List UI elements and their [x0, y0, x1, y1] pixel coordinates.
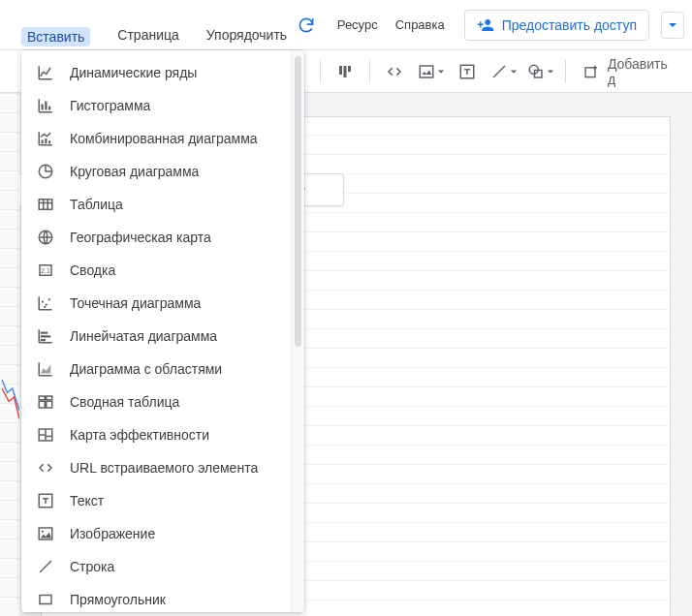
text-button[interactable] — [452, 54, 485, 89]
image-button[interactable] — [415, 54, 448, 89]
svg-rect-15 — [47, 396, 52, 400]
menu-item-table[interactable]: Таблица — [21, 188, 291, 221]
chevron-down-icon — [510, 68, 518, 76]
add-data-icon — [583, 63, 600, 80]
menu-item-label: Гистограмма — [70, 98, 150, 113]
share-dropdown[interactable] — [661, 12, 684, 39]
menu-item-pivot-table[interactable]: Сводная таблица — [21, 385, 291, 418]
menu-item-scatter[interactable]: Точечная диаграмма — [21, 287, 291, 320]
chevron-down-icon — [437, 68, 445, 76]
insert-menu-dropdown: Динамические рядыГистограммаКомбинирован… — [21, 50, 304, 612]
menu-item-label: Карта эффективности — [70, 427, 209, 443]
menu-item-label: Таблица — [70, 197, 123, 212]
toolbar-separator — [369, 60, 370, 83]
menu-item-label: URL встраиваемого элемента — [70, 460, 258, 476]
align-icon — [336, 63, 354, 80]
text-icon — [458, 63, 476, 80]
scatter-icon — [37, 294, 54, 312]
pivot-table-icon — [37, 393, 54, 411]
time-series-icon — [37, 64, 54, 81]
menu-item-label: Прямоугольник — [70, 592, 166, 607]
menu-item-label: Сводка — [70, 262, 115, 278]
svg-point-21 — [42, 531, 44, 533]
svg-rect-16 — [39, 401, 45, 408]
menu-item-label: Динамические ряды — [70, 65, 197, 80]
image-icon — [418, 63, 435, 80]
canvas-ruler-left — [0, 93, 19, 616]
svg-point-10 — [42, 300, 44, 302]
menu-item-line[interactable]: Строка — [21, 550, 291, 583]
line-icon — [37, 558, 54, 575]
svg-rect-17 — [47, 401, 52, 408]
hbar-chart-icon — [37, 327, 54, 345]
svg-rect-0 — [420, 66, 433, 77]
table-icon — [37, 196, 54, 213]
menu-item-label: Линейчатая диаграмма — [70, 328, 217, 344]
geo-map-icon — [37, 229, 54, 246]
menu-resource[interactable]: Ресурс — [337, 17, 378, 32]
menu-item-bar-chart[interactable]: Гистограмма — [21, 89, 291, 122]
add-data-button[interactable]: Добавить д — [574, 56, 684, 87]
svg-point-12 — [48, 298, 50, 300]
menu-item-time-series[interactable]: Динамические ряды — [21, 56, 291, 89]
line-tool-icon — [490, 63, 508, 80]
menu-item-label: Круговая диаграмма — [70, 164, 199, 179]
svg-rect-4 — [585, 67, 595, 77]
combo-chart-icon — [37, 130, 54, 147]
pie-chart-icon — [37, 163, 54, 180]
svg-point-11 — [46, 303, 47, 305]
toolbar-separator — [320, 60, 321, 83]
treemap-icon — [37, 426, 54, 444]
menu-item-url-embed[interactable]: URL встраиваемого элемента — [21, 451, 291, 484]
shape-button[interactable] — [524, 54, 557, 89]
text-icon — [37, 492, 54, 509]
insert-menu-list[interactable]: Динамические рядыГистограммаКомбинирован… — [21, 50, 291, 612]
line-button[interactable] — [488, 54, 520, 89]
add-data-label: Добавить д — [608, 56, 675, 87]
menu-item-hbar-chart[interactable]: Линейчатая диаграмма — [21, 320, 291, 353]
refresh-button[interactable] — [287, 12, 326, 39]
svg-point-13 — [44, 306, 46, 308]
menu-item-area-chart[interactable]: Диаграмма с областями — [21, 353, 291, 385]
rectangle-icon — [37, 591, 54, 608]
scorecard-icon: 2.1 — [37, 262, 54, 279]
bar-chart-icon — [37, 97, 54, 114]
menu-item-image[interactable]: Изображение — [21, 517, 291, 550]
menu-page[interactable]: Страница — [117, 27, 178, 46]
menu-item-scorecard[interactable]: 2.1Сводка — [21, 254, 291, 287]
menu-item-combo-chart[interactable]: Комбинированная диаграмма — [21, 122, 291, 155]
share-label: Предоставить доступ — [502, 17, 637, 33]
menu-item-rectangle[interactable]: Прямоугольник — [21, 583, 291, 612]
svg-rect-6 — [39, 200, 52, 210]
svg-text:2.1: 2.1 — [41, 267, 50, 274]
menu-bar: Вставить Страница Упорядочить — [21, 27, 287, 46]
url-embed-icon — [37, 459, 54, 477]
menu-item-label: Географическая карта — [70, 230, 211, 245]
menu-item-geo-map[interactable]: Географическая карта — [21, 221, 291, 254]
menu-arrange[interactable]: Упорядочить — [206, 27, 287, 46]
menu-item-text[interactable]: Текст — [21, 484, 291, 517]
refresh-icon — [297, 15, 316, 35]
menu-item-label: Строка — [70, 559, 114, 574]
svg-rect-14 — [39, 396, 45, 400]
menu-item-label: Точечная диаграмма — [70, 295, 201, 311]
menu-insert[interactable]: Вставить — [21, 27, 90, 46]
scrollbar-thumb[interactable] — [295, 56, 301, 347]
menu-item-label: Комбинированная диаграмма — [70, 131, 258, 146]
menu-item-pie-chart[interactable]: Круговая диаграмма — [21, 155, 291, 188]
shape-icon — [527, 63, 545, 80]
toolbar-separator — [565, 60, 566, 83]
embed-button[interactable] — [378, 54, 411, 89]
share-button[interactable]: Предоставить доступ — [464, 10, 649, 41]
svg-rect-22 — [40, 596, 51, 604]
code-icon — [386, 63, 403, 80]
dropdown-scrollbar[interactable] — [291, 50, 304, 612]
chevron-down-icon — [547, 68, 554, 76]
menu-help[interactable]: Справка — [395, 17, 445, 32]
area-chart-icon — [37, 360, 54, 378]
menu-item-label: Текст — [70, 493, 104, 508]
menu-item-treemap[interactable]: Карта эффективности — [21, 418, 291, 451]
add-person-icon — [477, 16, 494, 34]
align-button[interactable] — [329, 54, 362, 89]
menu-item-label: Изображение — [70, 526, 155, 541]
